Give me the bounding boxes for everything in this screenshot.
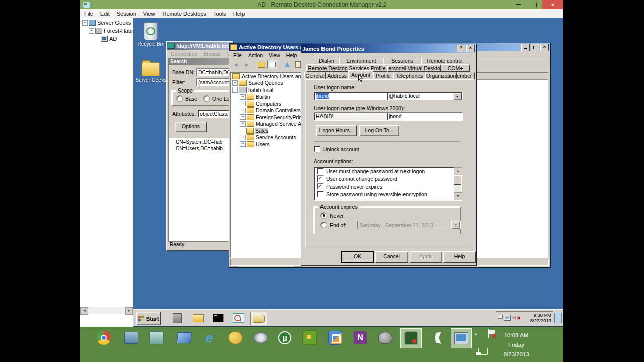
taskbar-icon-rdcman[interactable] (451, 328, 472, 348)
menu-help[interactable]: Help (230, 10, 249, 18)
tab-profile[interactable]: Profile (373, 72, 393, 79)
tree-item-sales[interactable]: Sales (231, 127, 302, 134)
expand-icon[interactable]: + (232, 80, 238, 86)
scroll-right-icon[interactable]: ► (125, 307, 133, 315)
log-on-to-button[interactable]: Log On To... (359, 125, 399, 136)
menu-help[interactable]: Help (283, 52, 300, 59)
dialog-titlebar[interactable]: James Bond Properties ? × (301, 44, 476, 53)
tab-environment[interactable]: Environment (339, 57, 383, 64)
ok-button[interactable]: OK (341, 251, 374, 263)
filter-input[interactable]: (samAccountN (196, 78, 233, 86)
tree-item-habib-local[interactable]: − habib.local (231, 86, 302, 94)
tree-item-ad[interactable]: AD (80, 35, 133, 42)
expand-icon[interactable]: + (240, 101, 246, 106)
listbox-scrollbar[interactable]: ▲ ▼ (454, 167, 461, 200)
scroll-left-icon[interactable]: ◄ (80, 307, 88, 315)
unlock-account-checkbox[interactable]: Unlock account (314, 146, 359, 152)
ldap-result-item[interactable]: CN=Users,DC=habib (176, 146, 232, 151)
pre2000-domain-input[interactable]: HABIB\ (314, 112, 387, 121)
taskbar-icon-camtasia-recorder[interactable] (400, 328, 422, 348)
domain-suffix-select[interactable]: @habib.local ▼ (387, 92, 463, 100)
tab-sessions[interactable]: Sessions (383, 57, 421, 64)
tree-item-foreign-security[interactable]: + ForeignSecurityPrincipa (231, 114, 302, 121)
folder-up-icon[interactable] (257, 60, 266, 69)
tab-general[interactable]: General (304, 72, 326, 79)
expand-icon[interactable]: + (240, 108, 246, 113)
options-button[interactable]: Options (175, 122, 207, 132)
collapse-icon[interactable]: − (232, 87, 238, 93)
tree-item-service-accounts[interactable]: + Service Accounts (231, 134, 302, 141)
tab-telephones[interactable]: Telephones (393, 72, 425, 79)
close-button[interactable]: × (540, 44, 549, 51)
forward-icon[interactable]: ► (242, 60, 251, 69)
tab-rds-profile[interactable]: Remote Desktop Services Profile (306, 64, 387, 72)
tab-personal-virtual-desktop[interactable]: Personal Virtual Desktop (387, 64, 441, 72)
expand-icon[interactable]: + (240, 114, 246, 120)
scroll-down-icon[interactable]: ▼ (454, 192, 462, 200)
collapse-icon[interactable]: − (82, 20, 88, 26)
logon-hours-button[interactable]: Logon Hours... (316, 125, 357, 136)
expires-end-of-radio[interactable]: End of: (320, 222, 346, 228)
minimize-button[interactable] (510, 0, 526, 9)
show-desktop-button[interactable] (554, 313, 562, 323)
expires-never-radio[interactable]: Never (320, 212, 344, 219)
scope-base-radio[interactable] (176, 95, 183, 102)
ldap-titlebar[interactable]: ldap://VM1.habib.local (167, 42, 233, 50)
tab-address[interactable]: Address (326, 72, 348, 79)
scroll-up-icon[interactable]: ▲ (454, 167, 462, 175)
tab-member-of[interactable]: Member Of (457, 72, 475, 79)
radio-selected-icon[interactable] (320, 212, 327, 219)
desktop-icon-recycle-bin[interactable]: Recycle Bin (135, 22, 167, 47)
help-button[interactable]: Help (443, 251, 476, 263)
menu-session[interactable]: Session (113, 10, 140, 18)
menu-browse[interactable]: Browse (200, 50, 224, 57)
option-reversible-encryption[interactable]: Store password using reversible encrypti… (314, 190, 461, 198)
filter-icon[interactable] (283, 60, 292, 69)
radio-icon[interactable] (320, 222, 327, 228)
taskbar-icon-ldap-browser[interactable] (231, 312, 246, 324)
option-must-change-password[interactable]: User must change password at next logon (314, 167, 461, 175)
speaker-icon[interactable] (512, 316, 516, 320)
scope-one-level-radio[interactable] (203, 95, 210, 102)
host-clock[interactable]: 10:08 AM Friday 8/23/2013 (497, 331, 536, 359)
scrollbar-track[interactable] (88, 307, 125, 314)
checkbox-icon[interactable] (317, 168, 324, 174)
expand-icon[interactable]: + (240, 121, 246, 127)
menu-file[interactable]: File (230, 52, 245, 59)
close-icon[interactable]: × (466, 45, 475, 52)
taskbar-icon-file-explorer[interactable] (176, 330, 192, 346)
tab-remote-control[interactable]: Remote control (421, 57, 468, 64)
maximize-button[interactable] (531, 44, 539, 51)
taskbar-icon-onenote[interactable]: N (352, 330, 368, 346)
logon-name-input[interactable]: jbond (314, 92, 387, 100)
option-cannot-change-password[interactable]: ✓ User cannot change password (314, 175, 461, 183)
panel-horizontal-scrollbar[interactable]: ◄ ► (80, 307, 133, 314)
checkbox-icon[interactable] (317, 191, 324, 197)
close-button[interactable]: × (542, 0, 564, 9)
tray-overflow-icon[interactable]: ▲ (474, 332, 478, 336)
tab-dial-in[interactable]: Dial-in (314, 57, 339, 64)
taskbar-icon-vmware-player[interactable] (327, 330, 343, 346)
menu-tools[interactable]: Tools (210, 10, 230, 18)
list-view-icon[interactable] (267, 60, 277, 69)
taskbar-icon-explorer[interactable] (191, 312, 206, 324)
tree-item-computers[interactable]: + Computers (231, 100, 302, 107)
expand-icon[interactable]: + (240, 141, 246, 147)
taskbar-icon-internet-explorer[interactable]: e (201, 330, 217, 346)
taskbar-icon-chrome[interactable] (96, 330, 112, 346)
scrollbar-thumb[interactable] (454, 175, 461, 185)
rdcman-titlebar[interactable]: AD - Remote Desktop Connection Manager v… (80, 0, 564, 9)
tree-item-root[interactable]: Active Directory Users and Co (231, 73, 302, 80)
tab-com-plus[interactable]: COM+ (441, 64, 470, 72)
network-icon[interactable] (478, 348, 488, 355)
taskbar-icon-utorrent[interactable]: µ (277, 330, 293, 346)
taskbar-icon-server-manager[interactable] (170, 312, 185, 324)
taskbar-icon-vmware-workstation[interactable] (302, 330, 318, 346)
chevron-down-icon[interactable]: ▼ (451, 221, 460, 229)
menu-view[interactable]: View (266, 52, 283, 59)
pre2000-name-input[interactable]: jbond (387, 112, 463, 121)
option-password-never-expires[interactable]: ✓ Password never expires (314, 183, 461, 190)
minimize-button[interactable] (521, 44, 530, 51)
tree-item-builtin[interactable]: + Builtin (231, 94, 302, 101)
collapse-icon[interactable]: − (89, 28, 94, 34)
